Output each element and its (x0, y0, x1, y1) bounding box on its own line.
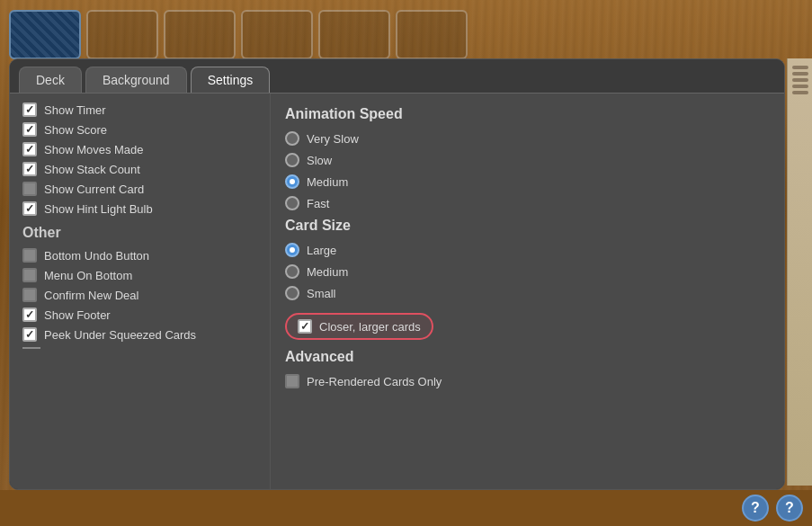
card-medium-label: Medium (307, 265, 348, 279)
menu-on-bottom-checkbox[interactable] (22, 268, 37, 282)
modal-content: Show Timer Show Score Show Moves Made Sh… (10, 93, 784, 489)
tab-settings[interactable]: Settings (191, 67, 271, 93)
deck-card[interactable] (9, 10, 81, 59)
show-hint-light-bulb-row[interactable]: Show Hint Light Bulb (22, 201, 257, 216)
peek-under-squeezed-label: Peek Under Squeezed Cards (44, 328, 196, 342)
show-footer-checkbox[interactable] (22, 308, 37, 322)
show-moves-made-label: Show Moves Made (44, 143, 144, 156)
help-button-1[interactable]: ? (742, 495, 769, 522)
tab-deck[interactable]: Deck (19, 67, 82, 93)
anim-slow-row[interactable]: Slow (285, 153, 770, 167)
divider (22, 347, 40, 349)
anim-slow-label: Slow (307, 154, 332, 167)
anim-fast-row[interactable]: Fast (285, 196, 770, 210)
tab-bar: Deck Background Settings (10, 59, 784, 93)
advanced-title: Advanced (285, 349, 770, 365)
card-large-radio[interactable] (285, 243, 299, 257)
animation-speed-title: Animation Speed (285, 106, 770, 122)
left-panel: Show Timer Show Score Show Moves Made Sh… (10, 94, 271, 489)
card-small-row[interactable]: Small (285, 286, 770, 300)
show-score-row[interactable]: Show Score (22, 122, 257, 137)
show-footer-row[interactable]: Show Footer (22, 308, 257, 322)
bottom-bar: ? ? (0, 490, 812, 526)
card-medium-row[interactable]: Medium (285, 264, 770, 279)
show-hint-light-bulb-checkbox[interactable] (22, 201, 37, 216)
show-hint-light-bulb-label: Show Hint Light Bulb (44, 202, 153, 216)
closer-larger-cards-label: Closer, larger cards (319, 320, 421, 334)
anim-medium-radio[interactable] (285, 174, 299, 189)
anim-very-slow-row[interactable]: Very Slow (285, 131, 770, 146)
show-current-card-checkbox[interactable] (22, 182, 37, 196)
tab-background[interactable]: Background (85, 67, 187, 93)
show-footer-label: Show Footer (44, 308, 111, 322)
confirm-new-deal-row[interactable]: Confirm New Deal (22, 288, 257, 302)
card-large-row[interactable]: Large (285, 243, 770, 257)
settings-modal: Deck Background Settings Show Timer Show… (9, 58, 785, 490)
side-notch (792, 72, 808, 76)
bottom-undo-button-checkbox[interactable] (22, 248, 37, 263)
show-score-checkbox[interactable] (22, 122, 37, 137)
side-notch (792, 66, 808, 69)
right-panel: Animation Speed Very Slow Slow Medium Fa… (271, 94, 784, 489)
side-strip (787, 58, 812, 486)
show-score-label: Show Score (44, 123, 107, 137)
top-card-area (0, 7, 812, 61)
show-stack-count-row[interactable]: Show Stack Count (22, 162, 257, 176)
card-small-label: Small (307, 287, 336, 300)
confirm-new-deal-checkbox[interactable] (22, 288, 37, 302)
show-timer-label: Show Timer (44, 103, 106, 117)
side-notch (792, 85, 808, 88)
anim-medium-label: Medium (307, 175, 348, 189)
anim-very-slow-radio[interactable] (285, 131, 299, 146)
anim-fast-radio[interactable] (285, 196, 299, 210)
anim-fast-label: Fast (307, 197, 329, 210)
card-slot-4 (318, 10, 390, 59)
other-heading: Other (22, 225, 257, 241)
card-slot-2 (164, 10, 236, 59)
bottom-undo-button-label: Bottom Undo Button (44, 249, 149, 263)
bottom-undo-button-row[interactable]: Bottom Undo Button (22, 248, 257, 263)
card-slot-5 (396, 10, 468, 59)
closer-larger-cards-row[interactable]: Closer, larger cards (285, 313, 433, 340)
show-moves-made-checkbox[interactable] (22, 142, 37, 156)
show-current-card-label: Show Current Card (44, 183, 144, 196)
show-moves-made-row[interactable]: Show Moves Made (22, 142, 257, 156)
pre-rendered-cards-checkbox[interactable] (285, 374, 299, 388)
peek-under-squeezed-row[interactable]: Peek Under Squeezed Cards (22, 327, 257, 342)
pre-rendered-cards-label: Pre-Rendered Cards Only (307, 375, 442, 388)
show-timer-row[interactable]: Show Timer (22, 103, 257, 117)
closer-larger-cards-checkbox[interactable] (298, 319, 312, 334)
side-notch (792, 91, 808, 94)
anim-medium-row[interactable]: Medium (285, 174, 770, 189)
show-stack-count-checkbox[interactable] (22, 162, 37, 176)
card-slot-1 (86, 10, 158, 59)
card-medium-radio[interactable] (285, 264, 299, 279)
card-size-title: Card Size (285, 218, 770, 234)
show-current-card-row[interactable]: Show Current Card (22, 182, 257, 196)
anim-very-slow-label: Very Slow (307, 132, 359, 146)
confirm-new-deal-label: Confirm New Deal (44, 289, 138, 302)
peek-under-squeezed-checkbox[interactable] (22, 327, 37, 342)
card-large-label: Large (307, 244, 336, 257)
help-button-2[interactable]: ? (776, 495, 803, 522)
anim-slow-radio[interactable] (285, 153, 299, 167)
menu-on-bottom-label: Menu On Bottom (44, 269, 132, 282)
pre-rendered-cards-row[interactable]: Pre-Rendered Cards Only (285, 374, 770, 388)
show-stack-count-label: Show Stack Count (44, 163, 140, 176)
menu-on-bottom-row[interactable]: Menu On Bottom (22, 268, 257, 282)
card-small-radio[interactable] (285, 286, 299, 300)
side-notch (792, 78, 808, 82)
show-timer-checkbox[interactable] (22, 103, 37, 117)
card-slot-3 (241, 10, 313, 59)
